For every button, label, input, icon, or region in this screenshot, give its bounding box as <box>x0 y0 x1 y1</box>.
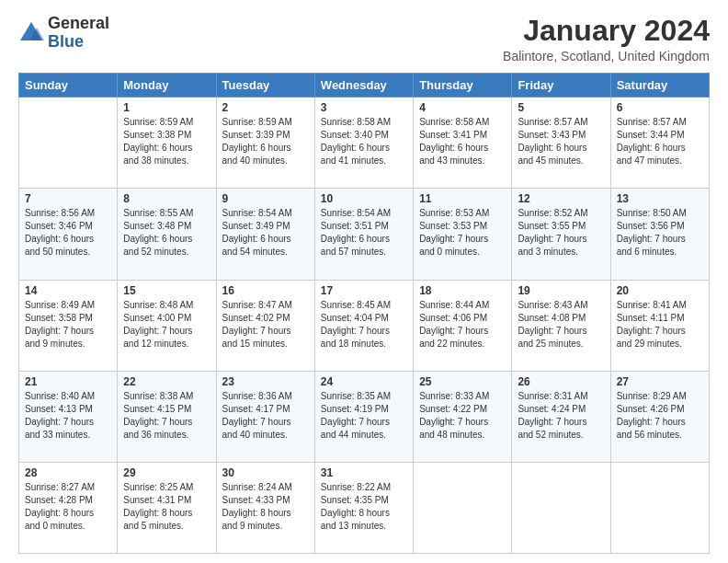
day-number: 20 <box>617 284 703 297</box>
day-number: 1 <box>123 101 210 114</box>
day-cell: 4Sunrise: 8:58 AMSunset: 3:41 PMDaylight… <box>414 98 512 189</box>
week-row-3: 14Sunrise: 8:49 AMSunset: 3:58 PMDayligh… <box>19 280 710 371</box>
day-info: Sunrise: 8:36 AMSunset: 4:17 PMDaylight:… <box>222 390 309 442</box>
day-cell: 25Sunrise: 8:33 AMSunset: 4:22 PMDayligh… <box>414 371 512 462</box>
day-number: 12 <box>518 192 604 205</box>
day-info: Sunrise: 8:50 AMSunset: 3:56 PMDaylight:… <box>617 207 703 259</box>
day-cell: 21Sunrise: 8:40 AMSunset: 4:13 PMDayligh… <box>19 371 118 462</box>
day-number: 18 <box>419 284 506 297</box>
day-header-monday: Monday <box>118 74 216 98</box>
day-cell: 22Sunrise: 8:38 AMSunset: 4:15 PMDayligh… <box>118 371 216 462</box>
day-number: 19 <box>518 284 604 297</box>
day-number: 14 <box>25 284 111 297</box>
day-info: Sunrise: 8:54 AMSunset: 3:49 PMDaylight:… <box>222 207 309 259</box>
day-number: 3 <box>321 101 407 114</box>
day-info: Sunrise: 8:24 AMSunset: 4:33 PMDaylight:… <box>222 481 309 533</box>
subtitle: Balintore, Scotland, United Kingdom <box>503 49 710 63</box>
day-number: 5 <box>518 101 604 114</box>
day-header-thursday: Thursday <box>414 74 512 98</box>
day-cell: 5Sunrise: 8:57 AMSunset: 3:43 PMDaylight… <box>512 98 610 189</box>
day-cell: 20Sunrise: 8:41 AMSunset: 4:11 PMDayligh… <box>610 280 709 371</box>
logo: General Blue <box>18 15 109 52</box>
day-cell <box>610 462 709 553</box>
day-number: 10 <box>321 192 407 205</box>
logo-text: General Blue <box>48 15 109 52</box>
day-cell: 18Sunrise: 8:44 AMSunset: 4:06 PMDayligh… <box>414 280 512 371</box>
day-number: 24 <box>321 375 407 388</box>
day-cell: 3Sunrise: 8:58 AMSunset: 3:40 PMDaylight… <box>314 98 413 189</box>
day-number: 7 <box>25 192 111 205</box>
day-info: Sunrise: 8:35 AMSunset: 4:19 PMDaylight:… <box>321 390 407 442</box>
day-header-tuesday: Tuesday <box>216 74 314 98</box>
header-row: SundayMondayTuesdayWednesdayThursdayFrid… <box>19 74 710 98</box>
day-info: Sunrise: 8:40 AMSunset: 4:13 PMDaylight:… <box>25 390 111 442</box>
day-number: 31 <box>321 466 407 479</box>
day-info: Sunrise: 8:48 AMSunset: 4:00 PMDaylight:… <box>123 299 210 350</box>
day-info: Sunrise: 8:45 AMSunset: 4:04 PMDaylight:… <box>321 299 407 350</box>
day-info: Sunrise: 8:57 AMSunset: 3:43 PMDaylight:… <box>518 116 604 167</box>
day-cell: 6Sunrise: 8:57 AMSunset: 3:44 PMDaylight… <box>610 98 709 189</box>
logo-blue-text: Blue <box>48 32 84 51</box>
day-cell: 2Sunrise: 8:59 AMSunset: 3:39 PMDaylight… <box>216 98 314 189</box>
day-number: 11 <box>419 192 506 205</box>
day-number: 29 <box>123 466 210 479</box>
day-cell: 12Sunrise: 8:52 AMSunset: 3:55 PMDayligh… <box>512 189 610 280</box>
week-row-4: 21Sunrise: 8:40 AMSunset: 4:13 PMDayligh… <box>19 371 710 462</box>
day-number: 9 <box>222 192 309 205</box>
page: General Blue January 2024 Balintore, Sco… <box>0 0 728 563</box>
week-row-5: 28Sunrise: 8:27 AMSunset: 4:28 PMDayligh… <box>19 462 710 553</box>
day-cell: 10Sunrise: 8:54 AMSunset: 3:51 PMDayligh… <box>314 189 413 280</box>
week-row-1: 1Sunrise: 8:59 AMSunset: 3:38 PMDaylight… <box>19 98 710 189</box>
day-cell: 26Sunrise: 8:31 AMSunset: 4:24 PMDayligh… <box>512 371 610 462</box>
day-number: 25 <box>419 375 506 388</box>
day-number: 2 <box>222 101 309 114</box>
day-number: 15 <box>123 284 210 297</box>
day-number: 4 <box>419 101 506 114</box>
day-info: Sunrise: 8:53 AMSunset: 3:53 PMDaylight:… <box>419 207 506 259</box>
day-cell: 28Sunrise: 8:27 AMSunset: 4:28 PMDayligh… <box>19 462 118 553</box>
day-info: Sunrise: 8:57 AMSunset: 3:44 PMDaylight:… <box>617 116 703 167</box>
day-info: Sunrise: 8:38 AMSunset: 4:15 PMDaylight:… <box>123 390 210 442</box>
day-cell: 15Sunrise: 8:48 AMSunset: 4:00 PMDayligh… <box>118 280 216 371</box>
day-cell: 14Sunrise: 8:49 AMSunset: 3:58 PMDayligh… <box>19 280 118 371</box>
day-number: 22 <box>123 375 210 388</box>
main-title: January 2024 <box>503 15 710 47</box>
day-number: 16 <box>222 284 309 297</box>
day-info: Sunrise: 8:58 AMSunset: 3:40 PMDaylight:… <box>321 116 407 167</box>
day-header-saturday: Saturday <box>610 74 709 98</box>
title-block: January 2024 Balintore, Scotland, United… <box>503 15 710 63</box>
day-number: 28 <box>25 466 111 479</box>
day-info: Sunrise: 8:44 AMSunset: 4:06 PMDaylight:… <box>419 299 506 350</box>
day-number: 23 <box>222 375 309 388</box>
day-cell: 7Sunrise: 8:56 AMSunset: 3:46 PMDaylight… <box>19 189 118 280</box>
day-number: 8 <box>123 192 210 205</box>
day-info: Sunrise: 8:59 AMSunset: 3:38 PMDaylight:… <box>123 116 210 167</box>
day-info: Sunrise: 8:22 AMSunset: 4:35 PMDaylight:… <box>321 481 407 533</box>
day-cell <box>512 462 610 553</box>
day-cell: 27Sunrise: 8:29 AMSunset: 4:26 PMDayligh… <box>610 371 709 462</box>
day-number: 13 <box>617 192 703 205</box>
day-cell: 24Sunrise: 8:35 AMSunset: 4:19 PMDayligh… <box>314 371 413 462</box>
day-cell: 19Sunrise: 8:43 AMSunset: 4:08 PMDayligh… <box>512 280 610 371</box>
day-cell: 23Sunrise: 8:36 AMSunset: 4:17 PMDayligh… <box>216 371 314 462</box>
day-cell: 11Sunrise: 8:53 AMSunset: 3:53 PMDayligh… <box>414 189 512 280</box>
week-row-2: 7Sunrise: 8:56 AMSunset: 3:46 PMDaylight… <box>19 189 710 280</box>
day-cell: 30Sunrise: 8:24 AMSunset: 4:33 PMDayligh… <box>216 462 314 553</box>
day-info: Sunrise: 8:58 AMSunset: 3:41 PMDaylight:… <box>419 116 506 167</box>
day-header-wednesday: Wednesday <box>314 74 413 98</box>
day-info: Sunrise: 8:41 AMSunset: 4:11 PMDaylight:… <box>617 299 703 350</box>
day-cell: 31Sunrise: 8:22 AMSunset: 4:35 PMDayligh… <box>314 462 413 553</box>
day-number: 6 <box>617 101 703 114</box>
day-cell: 17Sunrise: 8:45 AMSunset: 4:04 PMDayligh… <box>314 280 413 371</box>
day-cell: 8Sunrise: 8:55 AMSunset: 3:48 PMDaylight… <box>118 189 216 280</box>
day-info: Sunrise: 8:31 AMSunset: 4:24 PMDaylight:… <box>518 390 604 442</box>
day-cell: 13Sunrise: 8:50 AMSunset: 3:56 PMDayligh… <box>610 189 709 280</box>
day-info: Sunrise: 8:54 AMSunset: 3:51 PMDaylight:… <box>321 207 407 259</box>
day-info: Sunrise: 8:47 AMSunset: 4:02 PMDaylight:… <box>222 299 309 350</box>
day-cell: 29Sunrise: 8:25 AMSunset: 4:31 PMDayligh… <box>118 462 216 553</box>
logo-general-text: General <box>48 14 109 32</box>
day-info: Sunrise: 8:55 AMSunset: 3:48 PMDaylight:… <box>123 207 210 259</box>
day-cell: 9Sunrise: 8:54 AMSunset: 3:49 PMDaylight… <box>216 189 314 280</box>
day-cell <box>414 462 512 553</box>
day-info: Sunrise: 8:25 AMSunset: 4:31 PMDaylight:… <box>123 481 210 533</box>
